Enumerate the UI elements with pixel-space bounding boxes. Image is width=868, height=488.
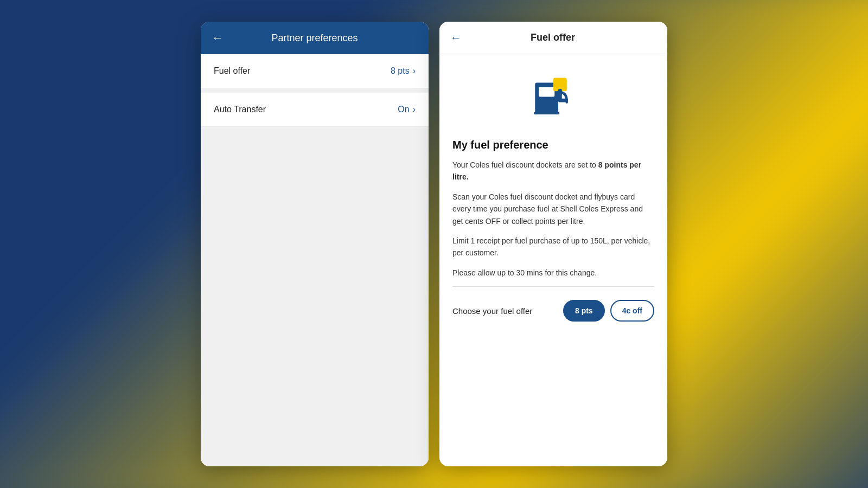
fuel-option-8pts[interactable]: 8 pts <box>563 300 605 322</box>
right-header-title: Fuel offer <box>470 32 636 43</box>
bottom-divider <box>201 127 429 131</box>
fuel-icon-area <box>439 54 667 130</box>
fuel-offer-value-area: 8 pts › <box>391 66 416 76</box>
auto-transfer-chevron: › <box>413 105 416 114</box>
fuel-offer-menu-item[interactable]: Fuel offer 8 pts › <box>201 54 429 88</box>
svg-rect-1 <box>539 87 554 97</box>
fuel-content-area: My fuel preference Your Coles fuel disco… <box>439 130 667 336</box>
paragraph-3: Limit 1 receipt per fuel purchase of up … <box>452 235 654 259</box>
choose-fuel-label: Choose your fuel offer <box>452 306 532 316</box>
auto-transfer-value-area: On › <box>398 105 416 114</box>
paragraph-4: Please allow up to 30 mins for this chan… <box>452 267 654 279</box>
left-header-title: Partner preferences <box>232 33 397 44</box>
section-divider <box>452 286 654 287</box>
fuel-offer-label: Fuel offer <box>214 66 250 76</box>
auto-transfer-label: Auto Transfer <box>214 105 266 114</box>
fuel-pump-icon <box>529 70 578 119</box>
menu-divider <box>201 88 429 93</box>
fuel-options-group: 8 pts 4c off <box>563 300 654 322</box>
fuel-option-4c-off[interactable]: 4c off <box>610 300 654 322</box>
fuel-offer-value: 8 pts <box>391 66 410 76</box>
choose-fuel-row: Choose your fuel offer 8 pts 4c off <box>452 294 654 327</box>
auto-transfer-value: On <box>398 105 409 114</box>
paragraph-1: Your Coles fuel discount dockets are set… <box>452 159 654 183</box>
svg-rect-5 <box>534 112 559 115</box>
auto-transfer-menu-item[interactable]: Auto Transfer On › <box>201 93 429 127</box>
section-title: My fuel preference <box>452 139 654 151</box>
right-back-button[interactable]: ← <box>450 31 461 44</box>
left-header: ← Partner preferences <box>201 22 429 54</box>
right-header: ← Fuel offer <box>439 22 667 54</box>
empty-area <box>201 131 429 466</box>
left-phone-panel: ← Partner preferences Fuel offer 8 pts ›… <box>201 22 429 466</box>
left-back-button[interactable]: ← <box>212 31 224 45</box>
fuel-offer-chevron: › <box>413 66 416 76</box>
paragraph-2: Scan your Coles fuel discount docket and… <box>452 191 654 227</box>
right-phone-panel: ← Fuel offer My fuel preferenc <box>439 22 667 466</box>
